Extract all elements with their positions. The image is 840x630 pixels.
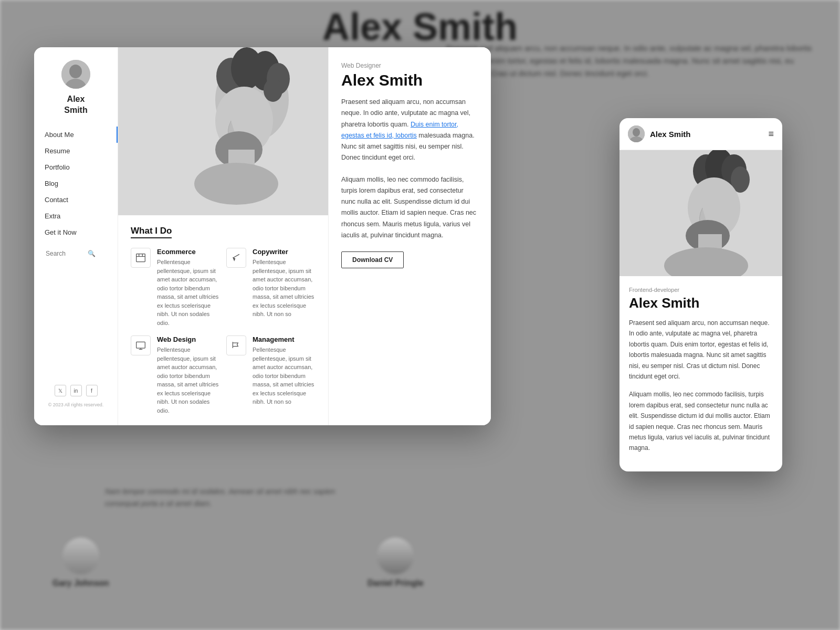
mobile-role: Frontend-developer bbox=[629, 287, 773, 293]
hero-image bbox=[118, 47, 328, 215]
mobile-bio-1: Praesent sed aliquam arcu, non accumsan … bbox=[629, 318, 773, 382]
svg-rect-19 bbox=[136, 342, 145, 348]
copywriter-icon bbox=[226, 248, 246, 268]
info-name: Alex Smith bbox=[341, 71, 478, 89]
svg-point-13 bbox=[194, 163, 278, 205]
sidebar-name: AlexSmith bbox=[64, 94, 87, 116]
ecommerce-text: Ecommerce Pellentesque pellentesque, ips… bbox=[157, 248, 220, 327]
bg-quote: Nam tempor commodo mi id sodales. Aenean… bbox=[105, 486, 368, 509]
svg-line-18 bbox=[233, 254, 239, 258]
webdesign-icon bbox=[131, 335, 151, 355]
facebook-icon[interactable]: f bbox=[86, 385, 98, 396]
sidebar-nav: About Me Resume Portfolio Blog Contact E… bbox=[34, 127, 118, 240]
service-webdesign: Web Design Pellentesque pellentesque, ip… bbox=[131, 335, 220, 415]
management-icon bbox=[226, 335, 246, 355]
service-management: Management Pellentesque pellentesque, ip… bbox=[226, 335, 316, 415]
info-panel: Web Designer Alex Smith Praesent sed ali… bbox=[328, 47, 491, 425]
webdesign-text: Web Design Pellentesque pellentesque, ip… bbox=[157, 335, 220, 415]
ecommerce-icon bbox=[131, 248, 151, 268]
download-cv-button[interactable]: Download CV bbox=[341, 251, 404, 268]
search-icon: 🔍 bbox=[88, 250, 96, 257]
nav-blog[interactable]: Blog bbox=[34, 175, 118, 192]
mobile-header-name: Alex Smith bbox=[650, 130, 691, 139]
mobile-header: Alex Smith ≡ bbox=[620, 118, 782, 150]
nav-about-me[interactable]: About Me bbox=[34, 127, 118, 143]
twitter-icon[interactable]: 𝕏 bbox=[55, 385, 66, 396]
svg-point-1 bbox=[69, 65, 82, 78]
mobile-name: Alex Smith bbox=[629, 295, 773, 311]
sidebar-footer: © 2023 All rights reserved. bbox=[43, 402, 109, 413]
copywriter-text: Copywriter Pellentesque pellentesque, ip… bbox=[253, 248, 316, 319]
management-text: Management Pellentesque pellentesque, ip… bbox=[253, 335, 316, 406]
svg-point-29 bbox=[633, 128, 640, 136]
mobile-hero-image bbox=[620, 150, 782, 276]
mobile-card: Alex Smith ≡ Frontend-developer Alex Smi… bbox=[620, 118, 782, 471]
bg-person1: Gary Johnson bbox=[52, 538, 109, 588]
search-input[interactable] bbox=[46, 250, 88, 257]
sidebar-search-wrapper: 🔍 bbox=[38, 247, 113, 260]
mobile-header-left: Alex Smith bbox=[628, 125, 691, 142]
main-content: What I Do Ecommerce Pellentesque pellent… bbox=[118, 47, 328, 425]
sidebar-avatar bbox=[61, 60, 90, 89]
info-role: Web Designer bbox=[341, 62, 478, 69]
nav-extra[interactable]: Extra bbox=[34, 208, 118, 224]
what-i-do-title: What I Do bbox=[131, 226, 172, 238]
hamburger-icon[interactable]: ≡ bbox=[768, 129, 774, 140]
svg-point-9 bbox=[264, 79, 282, 102]
info-bio-2: Aliquam mollis, leo nec commodo facilisi… bbox=[341, 174, 478, 242]
what-i-do-section: What I Do Ecommerce Pellentesque pellent… bbox=[118, 215, 328, 425]
nav-portfolio[interactable]: Portfolio bbox=[34, 159, 118, 175]
mobile-body: Frontend-developer Alex Smith Praesent s… bbox=[620, 276, 782, 471]
services-grid: Ecommerce Pellentesque pellentesque, ips… bbox=[131, 248, 316, 415]
nav-get-it-now[interactable]: Get it Now bbox=[34, 224, 118, 240]
bg-person2: Daniel Pringle bbox=[368, 538, 424, 588]
mobile-avatar bbox=[628, 125, 645, 142]
service-copywriter: Copywriter Pellentesque pellentesque, ip… bbox=[226, 248, 316, 327]
mobile-bio-2: Aliquam mollis, leo nec commodo facilisi… bbox=[629, 389, 773, 453]
sidebar-social: 𝕏 in f bbox=[55, 385, 98, 402]
service-ecommerce: Ecommerce Pellentesque pellentesque, ips… bbox=[131, 248, 220, 327]
linkedin-icon[interactable]: in bbox=[70, 385, 82, 396]
nav-contact[interactable]: Contact bbox=[34, 192, 118, 208]
info-bio-1: Praesent sed aliquam arcu, non accumsan … bbox=[341, 97, 478, 164]
sidebar: AlexSmith About Me Resume Portfolio Blog… bbox=[34, 47, 118, 425]
desktop-card: AlexSmith About Me Resume Portfolio Blog… bbox=[34, 47, 491, 425]
nav-resume[interactable]: Resume bbox=[34, 143, 118, 159]
svg-rect-14 bbox=[136, 254, 145, 262]
bg-text: Praesent sed aliquam arcu, non accumsan … bbox=[446, 42, 814, 80]
bio-link[interactable]: Duis enim tortor, egestas et felis id, l… bbox=[341, 121, 458, 139]
